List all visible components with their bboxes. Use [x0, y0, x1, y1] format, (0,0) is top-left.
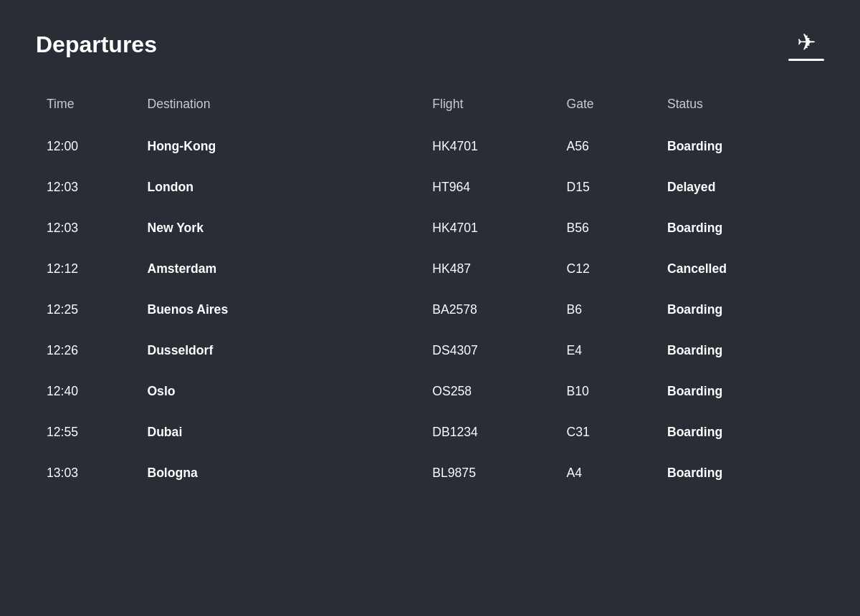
departures-table: Time Destination Flight Gate Status 12:0…	[36, 90, 824, 494]
cell-destination: Hong-Kong	[136, 126, 421, 167]
table-row: 12:12AmsterdamHK487C12Cancelled	[36, 249, 824, 289]
cell-gate: A56	[556, 126, 656, 167]
cell-destination: Buenos Aires	[136, 289, 421, 330]
plane-symbol: ✈	[797, 29, 816, 56]
cell-status: Boarding	[656, 289, 824, 330]
cell-status: Boarding	[656, 208, 824, 249]
cell-status: Cancelled	[656, 249, 824, 289]
cell-status: Boarding	[656, 330, 824, 371]
col-header-destination: Destination	[136, 90, 421, 126]
cell-time: 12:40	[36, 371, 136, 412]
cell-time: 12:55	[36, 412, 136, 453]
col-header-gate: Gate	[556, 90, 656, 126]
header: Departures ✈	[36, 29, 824, 61]
cell-gate: A4	[556, 453, 656, 494]
cell-status: Boarding	[656, 371, 824, 412]
cell-flight: BA2578	[421, 289, 555, 330]
cell-flight: OS258	[421, 371, 555, 412]
cell-flight: BL9875	[421, 453, 555, 494]
cell-status: Boarding	[656, 412, 824, 453]
plane-icon: ✈	[788, 29, 824, 61]
cell-time: 12:00	[36, 126, 136, 167]
table-row: 12:25Buenos AiresBA2578B6Boarding	[36, 289, 824, 330]
cell-status: Boarding	[656, 126, 824, 167]
cell-gate: C12	[556, 249, 656, 289]
cell-time: 12:12	[36, 249, 136, 289]
plane-line	[788, 59, 824, 61]
table-row: 12:40OsloOS258B10Boarding	[36, 371, 824, 412]
page-title: Departures	[36, 32, 157, 58]
cell-destination: New York	[136, 208, 421, 249]
cell-gate: B10	[556, 371, 656, 412]
cell-destination: Bologna	[136, 453, 421, 494]
table-row: 12:55DubaiDB1234C31Boarding	[36, 412, 824, 453]
cell-destination: London	[136, 167, 421, 208]
table-header: Time Destination Flight Gate Status	[36, 90, 824, 126]
cell-gate: B56	[556, 208, 656, 249]
cell-time: 12:03	[36, 167, 136, 208]
table-row: 12:00Hong-KongHK4701A56Boarding	[36, 126, 824, 167]
cell-time: 12:26	[36, 330, 136, 371]
cell-flight: HK4701	[421, 126, 555, 167]
cell-gate: D15	[556, 167, 656, 208]
cell-time: 12:03	[36, 208, 136, 249]
cell-flight: HK4701	[421, 208, 555, 249]
cell-destination: Dusseldorf	[136, 330, 421, 371]
cell-status: Delayed	[656, 167, 824, 208]
cell-flight: HK487	[421, 249, 555, 289]
cell-flight: DS4307	[421, 330, 555, 371]
cell-destination: Dubai	[136, 412, 421, 453]
cell-gate: C31	[556, 412, 656, 453]
header-row: Time Destination Flight Gate Status	[36, 90, 824, 126]
main-container: Departures ✈ Time Destination Flight Gat…	[0, 0, 860, 616]
cell-flight: DB1234	[421, 412, 555, 453]
cell-gate: E4	[556, 330, 656, 371]
table-row: 13:03BolognaBL9875A4Boarding	[36, 453, 824, 494]
col-header-flight: Flight	[421, 90, 555, 126]
table-row: 12:03New YorkHK4701B56Boarding	[36, 208, 824, 249]
col-header-time: Time	[36, 90, 136, 126]
cell-gate: B6	[556, 289, 656, 330]
table-body: 12:00Hong-KongHK4701A56Boarding12:03Lond…	[36, 126, 824, 494]
cell-status: Boarding	[656, 453, 824, 494]
cell-time: 12:25	[36, 289, 136, 330]
table-row: 12:03LondonHT964D15Delayed	[36, 167, 824, 208]
cell-flight: HT964	[421, 167, 555, 208]
cell-destination: Oslo	[136, 371, 421, 412]
cell-destination: Amsterdam	[136, 249, 421, 289]
table-row: 12:26DusseldorfDS4307E4Boarding	[36, 330, 824, 371]
cell-time: 13:03	[36, 453, 136, 494]
col-header-status: Status	[656, 90, 824, 126]
